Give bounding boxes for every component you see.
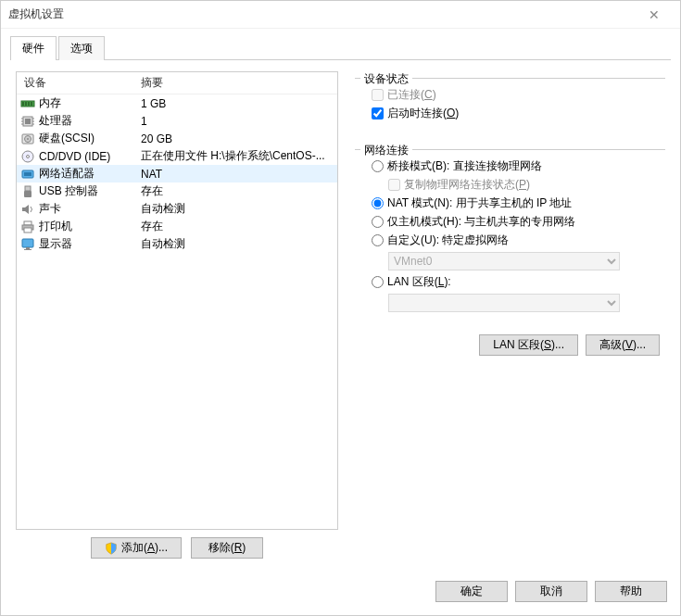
lan-segment-select	[388, 294, 620, 312]
add-button-label: 添加(A)...	[121, 540, 168, 556]
window-title: 虚拟机设置	[8, 6, 636, 22]
svg-rect-26	[26, 247, 30, 249]
custom-radio[interactable]	[372, 234, 384, 246]
connect-at-power-on-label: 启动时连接(O)	[387, 106, 459, 121]
cancel-button[interactable]: 取消	[515, 581, 587, 602]
device-name: USB 控制器	[39, 183, 137, 199]
device-state-legend: 设备状态	[360, 71, 412, 87]
connected-checkbox	[372, 89, 384, 101]
bridged-radio[interactable]	[372, 160, 384, 172]
device-name: 硬盘(SCSI)	[39, 131, 137, 146]
device-name: 显示器	[39, 236, 137, 252]
svg-rect-19	[24, 172, 32, 176]
svg-rect-27	[24, 249, 32, 250]
device-summary: 20 GB	[137, 132, 334, 145]
bridged-label: 桥接模式(B): 直接连接物理网络	[387, 158, 542, 174]
lan-segment-radio[interactable]	[372, 276, 384, 288]
svg-point-15	[27, 138, 29, 140]
device-summary: 自动检测	[137, 236, 334, 252]
nat-label: NAT 模式(N): 用于共享主机的 IP 地址	[387, 195, 572, 211]
device-row[interactable]: 声卡自动检测	[17, 200, 337, 218]
device-name: 声卡	[39, 201, 137, 217]
printer-icon	[20, 220, 35, 234]
memory-icon	[20, 96, 35, 111]
replicate-checkbox	[388, 179, 400, 191]
svg-rect-6	[25, 119, 31, 124]
device-name: 打印机	[39, 219, 137, 234]
display-icon	[20, 237, 35, 252]
network-legend: 网络连接	[360, 143, 412, 158]
device-summary: 存在	[137, 183, 334, 199]
hostonly-label: 仅主机模式(H): 与主机共享的专用网络	[387, 214, 575, 230]
svg-rect-1	[22, 102, 24, 106]
add-button[interactable]: 添加(A)...	[91, 537, 182, 559]
custom-label: 自定义(U): 特定虚拟网络	[387, 233, 509, 248]
connect-at-power-on-checkbox[interactable]	[372, 107, 384, 119]
tab-hardware[interactable]: 硬件	[10, 36, 57, 60]
device-summary: 自动检测	[137, 201, 334, 217]
sound-icon	[20, 202, 35, 217]
nat-radio[interactable]	[372, 197, 384, 209]
device-name: 处理器	[39, 113, 137, 129]
device-row[interactable]: 打印机存在	[17, 218, 337, 235]
ok-button[interactable]: 确定	[435, 581, 508, 602]
device-row[interactable]: 内存1 GB	[17, 94, 337, 112]
svg-rect-22	[24, 221, 32, 225]
device-row[interactable]: USB 控制器存在	[17, 182, 337, 200]
svg-rect-20	[25, 186, 31, 191]
device-row[interactable]: 硬盘(SCSI)20 GB	[17, 130, 337, 147]
svg-rect-25	[22, 239, 33, 247]
shield-icon	[105, 542, 118, 555]
help-button[interactable]: 帮助	[595, 581, 667, 602]
net-icon	[20, 167, 35, 182]
device-name: 内存	[39, 95, 137, 111]
hostonly-radio[interactable]	[372, 216, 384, 228]
device-summary: NAT	[137, 168, 334, 181]
lan-segments-button[interactable]: LAN 区段(S)...	[479, 334, 578, 356]
connected-label: 已连接(C)	[387, 87, 436, 103]
svg-rect-4	[31, 102, 32, 106]
device-row[interactable]: CD/DVD (IDE)正在使用文件 H:\操作系统\CentOS-...	[17, 147, 337, 165]
device-row[interactable]: 网络适配器NAT	[17, 165, 337, 182]
device-summary: 正在使用文件 H:\操作系统\CentOS-...	[137, 148, 334, 164]
custom-vmnet-select: VMnet0	[388, 252, 620, 270]
svg-rect-21	[24, 191, 32, 197]
device-list: 设备 摘要 内存1 GB处理器1硬盘(SCSI)20 GBCD/DVD (IDE…	[16, 71, 338, 530]
device-name: 网络适配器	[39, 166, 137, 182]
column-header-summary: 摘要	[137, 75, 337, 91]
svg-rect-2	[25, 102, 27, 106]
cpu-icon	[20, 114, 35, 129]
close-icon[interactable]: ✕	[636, 1, 673, 28]
device-name: CD/DVD (IDE)	[39, 150, 137, 163]
usb-icon	[20, 184, 35, 199]
device-row[interactable]: 处理器1	[17, 112, 337, 130]
device-summary: 1 GB	[137, 97, 334, 110]
replicate-label: 复制物理网络连接状态(P)	[404, 177, 530, 193]
svg-rect-24	[24, 228, 32, 233]
svg-point-17	[27, 155, 30, 157]
device-summary: 1	[137, 115, 334, 128]
advanced-button[interactable]: 高级(V)...	[586, 334, 660, 356]
device-summary: 存在	[137, 219, 334, 234]
lan-segment-label: LAN 区段(L):	[387, 274, 451, 290]
remove-button[interactable]: 移除(R)	[191, 537, 263, 559]
cd-icon	[20, 149, 35, 164]
device-row[interactable]: 显示器自动检测	[17, 235, 337, 253]
disk-icon	[20, 132, 35, 146]
tab-options[interactable]: 选项	[58, 36, 105, 60]
column-header-device: 设备	[17, 75, 137, 91]
svg-rect-3	[28, 102, 30, 106]
